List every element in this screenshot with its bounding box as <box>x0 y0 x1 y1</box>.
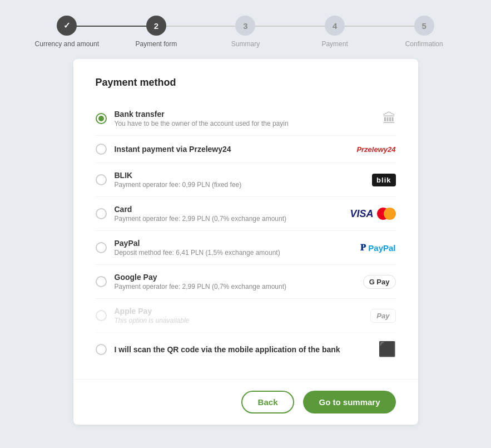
stepper-label-2: Payment form <box>136 40 177 48</box>
back-button[interactable]: Back <box>241 391 295 413</box>
option-title-qr-code: I will scan the QR code via the mobile a… <box>115 345 340 354</box>
stepper-circle-4: 4 <box>325 16 345 36</box>
option-apple-pay: Apple Pay This option is unavailable Pay <box>96 299 396 333</box>
option-qr-code[interactable]: I will scan the QR code via the mobile a… <box>96 333 396 366</box>
stepper-circle-5: 5 <box>414 16 434 36</box>
card-title: Payment method <box>96 77 396 88</box>
apple-pay-logo: Pay <box>370 309 395 323</box>
option-title-apple-pay: Apple Pay <box>115 307 190 316</box>
card-logos: VISA <box>350 208 395 220</box>
card-footer: Back Go to summary <box>73 379 418 425</box>
stepper-step-3: 3 Summary <box>201 16 290 48</box>
option-subtitle-card: Payment operator fee: 2,99 PLN (0,7% exc… <box>115 215 287 223</box>
option-subtitle-bank-transfer: You have to be the owner of the account … <box>115 120 289 127</box>
stepper-label-1: Currency and amount <box>35 40 99 48</box>
option-paypal[interactable]: PayPal Deposit method fee: 6,41 PLN (1,5… <box>96 231 396 265</box>
stepper-number-4: 4 <box>333 21 337 31</box>
stepper-step-1: ✓ Currency and amount <box>22 16 112 48</box>
option-title-card: Card <box>115 205 287 214</box>
option-subtitle-apple-pay: This option is unavailable <box>115 317 190 324</box>
stepper-number-5: 5 <box>422 21 426 31</box>
stepper-label-5: Confirmation <box>405 40 443 48</box>
option-title-google-pay: Google Pay <box>115 273 287 282</box>
option-subtitle-blik: Payment operator fee: 0,99 PLN (fixed fe… <box>115 181 242 189</box>
option-przelewy24[interactable]: Instant payment via Przelewy24 Przelewy2… <box>96 136 396 163</box>
radio-google-pay[interactable] <box>96 276 107 287</box>
stepper-circle-1: ✓ <box>57 16 77 36</box>
stepper: ✓ Currency and amount 2 Payment form 3 S… <box>0 0 491 59</box>
blik-logo: blik <box>372 174 395 186</box>
radio-bank-transfer[interactable] <box>96 113 107 124</box>
stepper-number-2: 2 <box>154 21 158 31</box>
radio-qr-code[interactable] <box>96 344 107 355</box>
option-google-pay[interactable]: Google Pay Payment operator fee: 2,99 PL… <box>96 265 396 299</box>
option-card[interactable]: Card Payment operator fee: 2,99 PLN (0,7… <box>96 197 396 231</box>
mastercard-logo <box>377 208 396 220</box>
visa-logo: VISA <box>350 208 373 220</box>
radio-paypal[interactable] <box>96 242 107 253</box>
option-title-paypal: PayPal <box>115 239 280 248</box>
option-subtitle-paypal: Deposit method fee: 6,41 PLN (1,5% excha… <box>115 249 280 257</box>
radio-apple-pay <box>96 310 107 321</box>
stepper-step-2: 2 Payment form <box>112 16 201 48</box>
stepper-number-3: 3 <box>243 21 247 31</box>
option-bank-transfer[interactable]: Bank transfer You have to be the owner o… <box>96 102 396 136</box>
option-title-przelewy24: Instant payment via Przelewy24 <box>115 145 231 154</box>
option-blik[interactable]: BLIK Payment operator fee: 0,99 PLN (fix… <box>96 163 396 197</box>
stepper-label-4: Payment <box>321 40 348 48</box>
qr-code-icon: ⬛ <box>378 341 396 357</box>
stepper-circle-3: 3 <box>235 16 255 36</box>
radio-przelewy24[interactable] <box>96 144 107 155</box>
option-subtitle-google-pay: Payment operator fee: 2,99 PLN (0,7% exc… <box>115 283 287 291</box>
check-icon: ✓ <box>63 21 71 31</box>
przelewy24-logo: Przelewy24 <box>356 145 395 154</box>
radio-blik[interactable] <box>96 174 107 185</box>
go-to-summary-button[interactable]: Go to summary <box>303 391 395 413</box>
bank-icon: 🏛 <box>383 111 396 126</box>
option-title-bank-transfer: Bank transfer <box>115 110 289 119</box>
option-title-blik: BLIK <box>115 171 242 180</box>
google-pay-logo: G Pay <box>363 275 396 289</box>
radio-card[interactable] <box>96 208 107 219</box>
stepper-circle-2: 2 <box>146 16 166 36</box>
stepper-step-5: 5 Confirmation <box>379 16 469 48</box>
payment-method-card: Payment method Bank transfer You have to… <box>73 59 418 425</box>
paypal-logo: 𝐏 PayPal <box>360 243 395 253</box>
stepper-step-4: 4 Payment <box>290 16 380 48</box>
stepper-label-3: Summary <box>231 40 260 48</box>
